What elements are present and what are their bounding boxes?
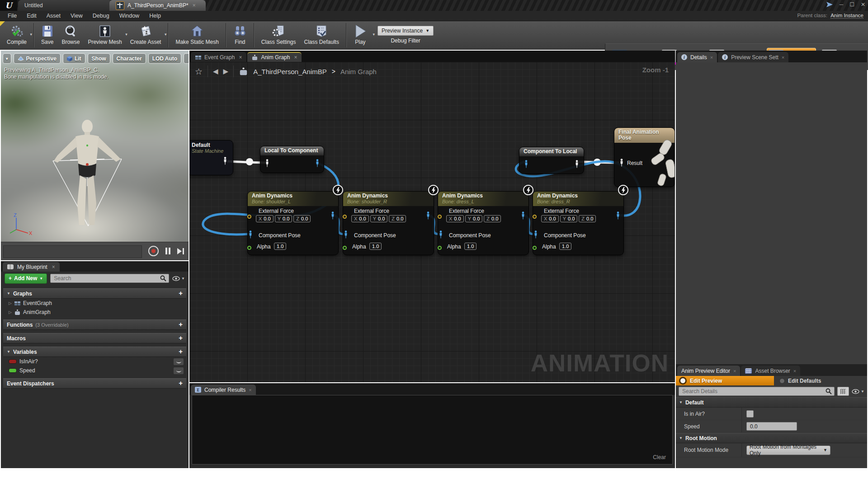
close-icon[interactable]: × (294, 54, 297, 61)
y-value-field[interactable]: Y0.0 (275, 215, 292, 222)
add-variable-button[interactable]: + (179, 347, 183, 355)
viewport-scene[interactable]: ▾ Perspective Lit Show Character LOD Aut… (1, 51, 189, 242)
pause-button[interactable] (165, 248, 170, 254)
preview-mesh-button[interactable]: Preview Mesh ▾ (84, 22, 126, 47)
tab-preview-scene-settings[interactable]: i Preview Scene Sett × (718, 52, 788, 62)
speed-field[interactable] (746, 422, 797, 431)
expander-icon[interactable]: ▷ (9, 301, 12, 305)
external-force-input-pin[interactable] (438, 215, 442, 219)
chevron-down-icon[interactable]: ▾ (30, 32, 32, 37)
my-blueprint-tab[interactable]: My Blueprint × (3, 262, 60, 272)
alpha-value-field[interactable]: 1.0 (369, 243, 382, 250)
pose-input-pin[interactable] (264, 159, 270, 167)
add-graph-button[interactable]: + (179, 289, 183, 297)
details-filter-button[interactable]: ▼ (852, 389, 864, 394)
perspective-button[interactable]: Perspective (14, 53, 61, 64)
default-category-header[interactable]: ▼ Default (676, 397, 867, 408)
search-input[interactable] (53, 275, 160, 282)
component-pose-output-pin[interactable] (520, 211, 526, 220)
collapse-arrow-icon[interactable]: ▼ (679, 436, 683, 440)
class-settings-button[interactable]: Class Settings (257, 22, 300, 47)
external-force-input-pin[interactable] (533, 215, 537, 219)
node-component-to-local[interactable]: Component To Local (519, 147, 584, 174)
compiler-output-area[interactable]: Clear (192, 395, 673, 465)
add-function-button[interactable]: + (179, 320, 183, 328)
z-value-field[interactable]: Z0.0 (293, 215, 311, 222)
find-button[interactable]: Find (229, 22, 251, 47)
component-pose-output-pin[interactable] (330, 211, 335, 220)
collapse-arrow-icon[interactable]: ▼ (679, 400, 683, 404)
x-value-field[interactable]: X0.0 (351, 215, 369, 222)
variable-visibility-toggle[interactable] (174, 367, 184, 374)
show-button[interactable]: Show (88, 53, 110, 64)
minimize-button[interactable]: ─ (840, 1, 844, 8)
component-pose-input-pin[interactable] (343, 230, 349, 239)
graph-item-animgraph[interactable]: ▷ AnimGraph (3, 308, 186, 317)
tab-event-graph[interactable]: Event Graph × (191, 52, 246, 62)
add-macro-button[interactable]: + (179, 334, 183, 342)
menu-debug[interactable]: Debug (88, 13, 114, 19)
menu-file[interactable]: File (3, 13, 22, 19)
event-dispatchers-section-header[interactable]: Event Dispatchers + (3, 378, 186, 389)
x-value-field[interactable]: X0.0 (446, 215, 464, 222)
expander-icon[interactable]: ▷ (9, 310, 12, 314)
window-tab-animbp[interactable]: A_ThirdPerson_AnimBP* × (109, 0, 206, 11)
functions-section-header[interactable]: Functions (3 Overridable) + (3, 319, 186, 330)
visibility-filter-button[interactable]: ▼ (172, 276, 185, 281)
menu-edit[interactable]: Edit (22, 13, 42, 19)
class-defaults-button[interactable]: Class Defaults (300, 22, 343, 47)
browse-button[interactable]: Browse (57, 22, 84, 47)
alpha-value-field[interactable]: 1.0 (274, 243, 286, 250)
viewport-options-button[interactable]: ▾ (3, 53, 11, 64)
x-value-field[interactable]: X0.0 (541, 215, 559, 222)
close-icon[interactable]: × (733, 368, 736, 374)
compile-button[interactable]: Compile ▾ (3, 22, 31, 47)
component-pose-output-pin[interactable] (615, 211, 621, 220)
edit-defaults-button[interactable]: Edit Defaults (774, 376, 867, 385)
component-pose-input-pin[interactable] (248, 230, 253, 239)
lit-button[interactable]: Lit (63, 53, 85, 64)
tab-details[interactable]: i Details × (677, 52, 717, 62)
alpha-input-pin[interactable] (533, 246, 537, 250)
tab-anim-graph[interactable]: Anim Graph × (247, 52, 302, 62)
collapse-arrow-icon[interactable]: ▼ (7, 291, 10, 296)
macros-section-header[interactable]: Macros + (3, 333, 186, 343)
close-icon[interactable]: × (52, 264, 55, 270)
close-icon[interactable]: × (239, 54, 242, 61)
collapse-arrow-icon[interactable]: ▼ (7, 350, 10, 354)
node-state-machine[interactable]: Default State Machine (189, 140, 233, 175)
external-force-input-pin[interactable] (343, 215, 347, 219)
alpha-input-pin[interactable] (343, 246, 347, 250)
add-event-dispatcher-button[interactable]: + (179, 379, 183, 387)
blueprint-search-field[interactable] (50, 274, 169, 283)
close-icon[interactable]: × (710, 55, 713, 60)
menu-help[interactable]: Help (144, 13, 166, 19)
alpha-value-field[interactable]: 1.0 (559, 243, 571, 250)
close-icon[interactable]: × (793, 368, 796, 374)
y-value-field[interactable]: Y0.0 (370, 215, 388, 222)
anim-graph-canvas[interactable]: ☆ ◀ ▶ A_ThirdPerson_AnimBP > Anim Graph … (189, 62, 675, 382)
variables-section-header[interactable]: ▼ Variables + (3, 347, 186, 357)
alpha-input-pin[interactable] (247, 246, 251, 250)
variable-visibility-toggle[interactable] (174, 358, 184, 365)
tab-anim-preview-editor[interactable]: Anim Preview Editor × (677, 366, 740, 376)
node-anim-dynamics-dress-l[interactable]: Anim Dynamics Bone: dress_L External For… (438, 191, 529, 255)
root-motion-mode-dropdown[interactable]: Root Motion from Montages Only ▼ (746, 446, 830, 455)
make-static-mesh-button[interactable]: Make Static Mesh (171, 22, 222, 47)
property-matrix-button[interactable] (837, 387, 849, 396)
save-button[interactable]: Save (37, 22, 57, 47)
component-pose-input-pin[interactable] (533, 230, 538, 239)
z-value-field[interactable]: Z0.0 (579, 215, 596, 222)
component-pose-input-pin[interactable] (438, 230, 443, 239)
clear-button[interactable]: Clear (653, 454, 666, 460)
graphs-section-header[interactable]: ▼ Graphs + (3, 288, 186, 299)
maximize-button[interactable]: ☐ (849, 1, 854, 8)
step-forward-button[interactable] (177, 248, 184, 254)
alpha-input-pin[interactable] (438, 246, 442, 250)
is-in-air-checkbox[interactable] (746, 410, 754, 418)
preview-instance-dropdown[interactable]: Preview Instance ▼ (377, 26, 434, 36)
pose-output-pin[interactable] (222, 157, 228, 165)
node-anim-dynamics-dress-r[interactable]: Anim Dynamics Bone: dress_R External For… (533, 191, 624, 255)
chevron-down-icon[interactable]: ▾ (373, 32, 375, 37)
variable-speed[interactable]: Speed (3, 366, 186, 375)
